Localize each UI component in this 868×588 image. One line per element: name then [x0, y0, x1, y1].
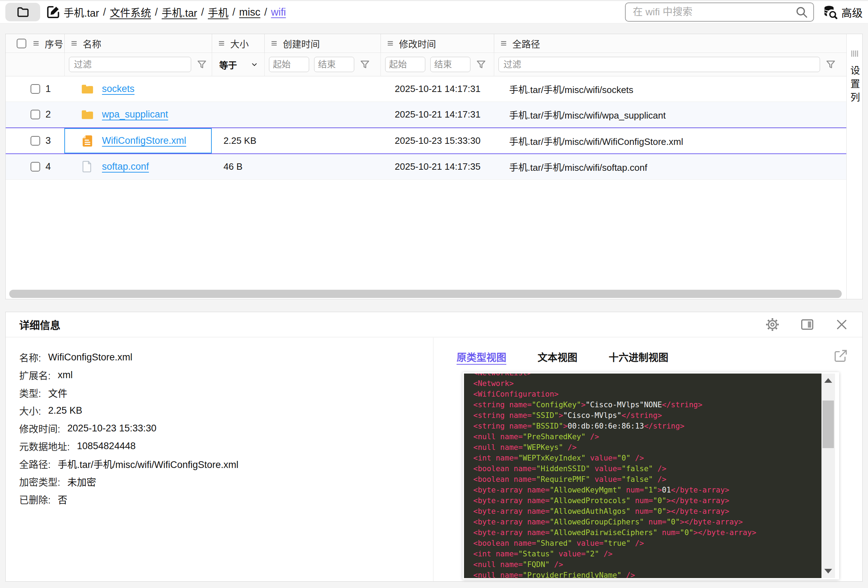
column-header-name[interactable]: 名称 — [64, 34, 212, 53]
detail-title: 详细信息 — [19, 317, 61, 332]
info-label: 大小: — [19, 404, 41, 417]
xml-code-lines: <NetworkList><Network><WifiConfiguration… — [473, 374, 821, 578]
modified-end-input[interactable] — [430, 57, 471, 72]
row-index: 4 — [46, 161, 51, 172]
breadcrumb-separator: / — [232, 6, 235, 18]
viewer-tab[interactable]: 十六进制视图 — [609, 350, 668, 364]
created-start-input[interactable] — [269, 57, 309, 72]
row-size: 46 B — [212, 154, 264, 179]
row-path: 手机.tar/手机/misc/wifi/WifiConfigStore.xml — [494, 128, 846, 153]
column-header-created[interactable]: 创建时间 — [264, 34, 381, 53]
info-value: 2025-10-23 15:33:30 — [68, 423, 157, 434]
scroll-up-arrow-icon[interactable] — [824, 378, 832, 383]
columns-icon — [850, 49, 859, 58]
info-value: 手机.tar/手机/misc/wifi/WifiConfigStore.xml — [58, 457, 239, 471]
search-input[interactable] — [632, 6, 795, 18]
folder-icon — [80, 108, 94, 122]
row-index-cell: 4 — [6, 154, 64, 179]
file-link[interactable]: wpa_supplicant — [102, 109, 168, 120]
column-header-label: 名称 — [83, 37, 101, 50]
file-info-list: 名称:WifiConfigStore.xml扩展名:xml类型:文件大小:2.2… — [6, 337, 434, 581]
file-link[interactable]: WifiConfigStore.xml — [102, 135, 186, 146]
table-row[interactable]: 4softap.conf46 B2025-10-21 14:17:35手机.ta… — [6, 154, 846, 180]
column-settings-strip[interactable]: 设置列 — [846, 34, 862, 299]
column-header-modified[interactable]: 修改时间 — [381, 34, 494, 53]
row-path: 手机.tar/手机/misc/wifi/sockets — [494, 76, 846, 102]
column-header-index[interactable]: 序号 — [6, 34, 64, 53]
gear-icon[interactable] — [765, 317, 780, 332]
top-toolbar: 手机.tar/文件系统/手机.tar/手机/misc/wifi 高级 — [0, 0, 868, 24]
info-label: 加密类型: — [19, 475, 61, 489]
row-created — [264, 102, 381, 127]
breadcrumb: 手机.tar/文件系统/手机.tar/手机/misc/wifi — [63, 4, 286, 19]
info-line: 类型:文件 — [19, 384, 426, 402]
panel-toggle-icon[interactable] — [800, 317, 815, 332]
breadcrumb-item[interactable]: misc — [239, 6, 260, 18]
row-checkbox[interactable] — [31, 136, 40, 146]
edit-button[interactable] — [45, 4, 62, 20]
file-link[interactable]: softap.conf — [102, 161, 149, 172]
breadcrumb-item[interactable]: 手机.tar — [162, 4, 197, 19]
row-created — [264, 76, 381, 102]
advanced-search-button[interactable]: 高级 — [822, 4, 863, 20]
detail-header: 详细信息 — [6, 312, 862, 337]
name-filter-input[interactable] — [69, 57, 191, 72]
column-menu-icon — [218, 39, 226, 47]
file-link[interactable]: sockets — [102, 84, 135, 94]
filter-funnel-icon[interactable] — [196, 59, 208, 70]
filter-funnel-icon[interactable] — [825, 59, 836, 70]
row-index: 1 — [46, 84, 51, 94]
breadcrumb-separator: / — [103, 6, 106, 18]
row-name-cell: wpa_supplicant — [64, 102, 212, 127]
viewer-tab[interactable]: 文本视图 — [537, 350, 577, 364]
folder-view-button[interactable] — [5, 3, 40, 21]
row-checkbox[interactable] — [31, 110, 40, 119]
size-operator-value: 等于 — [219, 58, 237, 71]
breadcrumb-item[interactable]: wifi — [271, 6, 286, 18]
select-all-checkbox[interactable] — [17, 39, 26, 48]
info-label: 类型: — [19, 386, 41, 400]
scroll-down-arrow-icon[interactable] — [824, 569, 832, 573]
table-row[interactable]: 2wpa_supplicant2025-10-21 14:17:31手机.tar… — [6, 102, 846, 127]
info-value: 未加密 — [68, 475, 96, 489]
info-value: 2.25 KB — [48, 405, 83, 416]
info-label: 修改时间: — [19, 421, 61, 435]
horizontal-scrollbar[interactable] — [9, 290, 842, 298]
info-value: 否 — [58, 492, 68, 506]
column-header-label: 序号 — [45, 37, 63, 50]
search-icon[interactable] — [795, 5, 808, 19]
row-checkbox[interactable] — [31, 162, 40, 171]
column-menu-icon — [387, 39, 395, 47]
size-operator-select[interactable]: 等于 — [216, 58, 258, 71]
xml-preview[interactable]: <NetworkList><Network><WifiConfiguration… — [464, 374, 821, 578]
column-header-label: 修改时间 — [399, 37, 436, 50]
info-value: xml — [58, 370, 73, 381]
filter-funnel-icon[interactable] — [475, 59, 487, 70]
path-filter-input[interactable] — [499, 57, 820, 72]
close-icon[interactable] — [835, 317, 849, 332]
column-header-size[interactable]: 大小 — [212, 34, 264, 53]
scrollbar-thumb[interactable] — [822, 401, 834, 448]
viewer-tab[interactable]: 原类型视图 — [456, 350, 506, 364]
row-name-cell: sockets — [64, 76, 212, 102]
info-line: 名称:WifiConfigStore.xml — [19, 348, 426, 366]
info-line: 扩展名:xml — [19, 366, 426, 384]
column-header-label: 大小 — [230, 37, 249, 50]
open-external-icon[interactable] — [833, 348, 848, 363]
filter-cell-path — [494, 53, 846, 76]
search-box[interactable] — [625, 3, 814, 22]
column-menu-icon — [270, 39, 279, 47]
breadcrumb-item: 手机.tar — [63, 4, 99, 19]
created-end-input[interactable] — [314, 57, 354, 72]
column-header-path[interactable]: 全路径 — [494, 34, 846, 53]
breadcrumb-item[interactable]: 手机 — [208, 4, 229, 19]
row-modified: 2025-10-21 14:17:31 — [381, 76, 494, 102]
filter-funnel-icon[interactable] — [359, 59, 371, 70]
info-label: 扩展名: — [19, 368, 51, 382]
modified-start-input[interactable] — [385, 57, 425, 72]
table-row[interactable]: 3WifiConfigStore.xml2.25 KB2025-10-23 15… — [6, 127, 846, 154]
table-row[interactable]: 1sockets2025-10-21 14:17:31手机.tar/手机/mis… — [6, 76, 846, 102]
breadcrumb-item[interactable]: 文件系统 — [110, 4, 151, 19]
vertical-scrollbar[interactable] — [821, 374, 835, 578]
row-checkbox[interactable] — [31, 84, 40, 94]
